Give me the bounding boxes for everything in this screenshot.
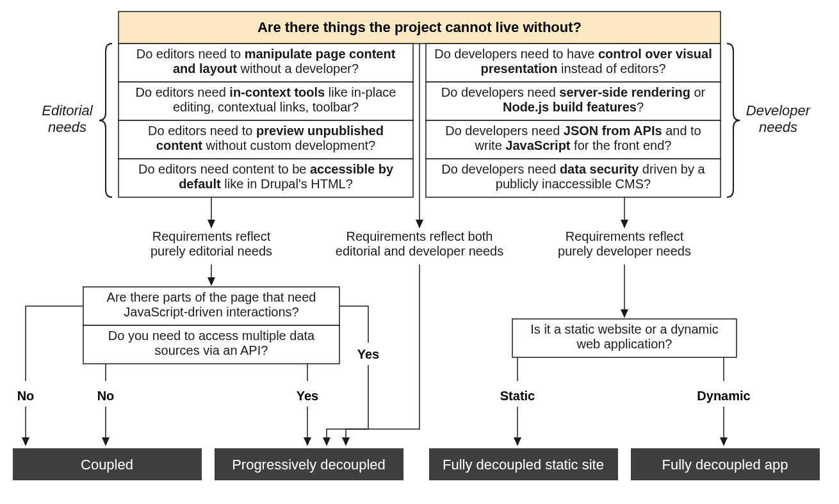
result-progressive: Progressively decoupled	[232, 457, 386, 473]
developer-decision-q: Is it a static website or a dynamic web …	[519, 322, 730, 352]
developer-column: Do developers need to have control over …	[426, 44, 721, 197]
branch-developer-label: Requirements reflect purely developer ne…	[551, 229, 698, 259]
answer-yes-1: Yes	[297, 389, 318, 403]
editorial-decision: Are there parts of the page that need Ja…	[83, 287, 339, 364]
developer-decision: Is it a static website or a dynamic web …	[512, 319, 737, 357]
editorial-q1: Do editors need to manipulate page conte…	[125, 47, 407, 76]
brace-left-icon	[99, 44, 112, 197]
developer-q3: Do developers need JSON from APIs and to…	[432, 124, 714, 153]
branch-editorial-label: Requirements reflect purely editorial ne…	[138, 229, 285, 259]
developer-q1: Do developers need to have control over …	[432, 47, 714, 76]
answer-yes-2: Yes	[357, 347, 379, 361]
editorial-decision-q1: Are there parts of the page that need Ja…	[90, 290, 333, 320]
brace-right-label: Developer needs	[743, 102, 813, 136]
editorial-decision-q2: Do you need to access multiple data sour…	[90, 329, 333, 358]
result-app: Fully decoupled app	[662, 457, 788, 473]
editorial-q4: Do editors need content to be accessible…	[125, 162, 407, 191]
developer-q2: Do developers need server-side rendering…	[432, 85, 714, 115]
answer-no-1: No	[17, 389, 35, 403]
editorial-q3: Do editors need to preview unpublished c…	[125, 124, 407, 153]
answer-dynamic: Dynamic	[697, 389, 750, 403]
answer-no-2: No	[97, 389, 115, 403]
root-question: Are there things the project cannot live…	[257, 19, 582, 35]
answer-static: Static	[500, 389, 535, 403]
brace-left-label: Editorial needs	[38, 102, 96, 136]
branch-both-label: Requirements reflect both editorial and …	[327, 229, 512, 259]
result-coupled: Coupled	[81, 457, 133, 473]
editorial-q2: Do editors need in-context tools like in…	[125, 85, 407, 115]
brace-right-icon	[727, 44, 740, 197]
developer-q4: Do developers need data security driven …	[432, 162, 714, 191]
result-static-site: Fully decoupled static site	[443, 457, 604, 473]
editorial-column: Do editors need to manipulate page conte…	[118, 44, 413, 197]
